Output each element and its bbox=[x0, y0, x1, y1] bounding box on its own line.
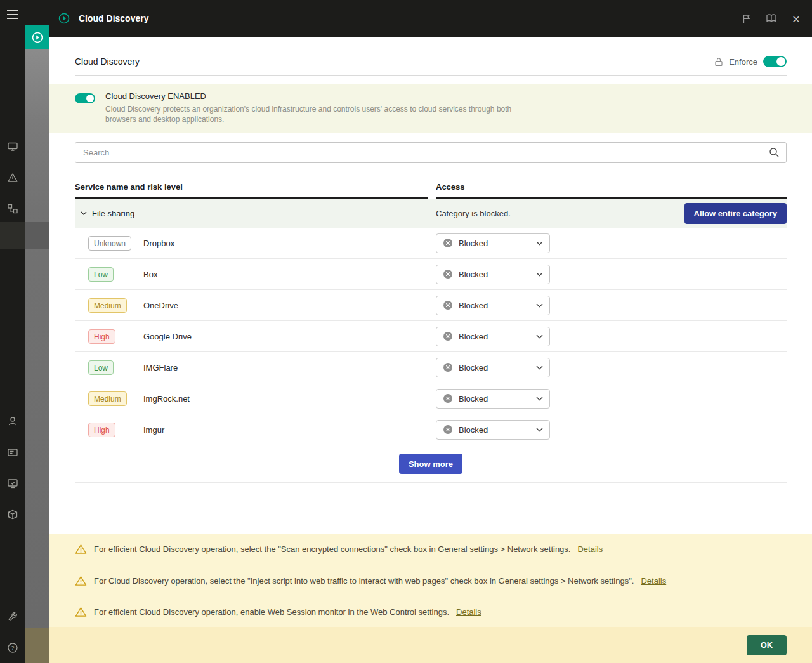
details-link[interactable]: Details bbox=[456, 607, 481, 617]
enabled-banner: Cloud Discovery ENABLED Cloud Discovery … bbox=[49, 84, 812, 133]
search-input[interactable] bbox=[75, 142, 787, 163]
bottom-group: For efficient Cloud Discovery operation,… bbox=[49, 534, 812, 663]
blocked-icon bbox=[443, 331, 453, 341]
table-row: High Imgur Blocked bbox=[75, 414, 787, 445]
deployment-icon[interactable] bbox=[0, 468, 25, 499]
close-icon[interactable]: × bbox=[789, 11, 803, 25]
lock-icon bbox=[714, 57, 723, 67]
access-dropdown[interactable]: Blocked bbox=[436, 389, 550, 409]
category-name: File sharing bbox=[92, 209, 134, 218]
documentation-book-icon[interactable] bbox=[764, 11, 778, 25]
alerts-icon[interactable] bbox=[0, 162, 25, 193]
rail-group-top bbox=[0, 131, 25, 224]
ok-button[interactable]: OK bbox=[747, 635, 787, 655]
risk-badge: Medium bbox=[88, 298, 127, 313]
warning-triangle-icon bbox=[75, 607, 87, 617]
rail-group-middle bbox=[0, 405, 25, 530]
access-dropdown[interactable]: Blocked bbox=[436, 358, 550, 377]
left-rail: ? bbox=[0, 0, 25, 663]
blocked-icon bbox=[443, 238, 453, 248]
main-content: Cloud Discovery Enforce Cloud Discovery … bbox=[49, 37, 812, 663]
risk-badge: High bbox=[88, 329, 115, 344]
secondary-rail-footer bbox=[25, 628, 49, 663]
category-status: Category is blocked. bbox=[436, 209, 511, 218]
warning-banner: For Cloud Discovery operation, select th… bbox=[49, 565, 812, 596]
column-header-service: Service name and risk level bbox=[75, 182, 428, 199]
help-icon[interactable]: ? bbox=[0, 632, 25, 663]
blocked-icon bbox=[443, 362, 453, 372]
chevron-down-icon bbox=[536, 397, 543, 401]
search-icon[interactable] bbox=[769, 147, 780, 158]
topbar-actions: × bbox=[740, 11, 803, 25]
search-box bbox=[75, 142, 787, 163]
policy-circle-icon bbox=[57, 11, 71, 25]
blocked-icon bbox=[443, 269, 453, 279]
details-link[interactable]: Details bbox=[641, 576, 666, 586]
access-dropdown[interactable]: Blocked bbox=[436, 296, 550, 315]
service-name: Google Drive bbox=[143, 332, 192, 341]
rail-selected-highlight bbox=[0, 222, 25, 249]
table-header-row: Service name and risk level Access bbox=[75, 182, 787, 199]
access-dropdown[interactable]: Blocked bbox=[436, 420, 550, 440]
hamburger-menu-icon[interactable] bbox=[7, 10, 18, 22]
window-title: Cloud Discovery bbox=[79, 13, 148, 23]
devices-icon[interactable] bbox=[0, 131, 25, 162]
services-table: Service name and risk level Access File … bbox=[75, 182, 787, 483]
allow-entire-category-button[interactable]: Allow entire category bbox=[684, 203, 787, 224]
packages-icon[interactable] bbox=[0, 499, 25, 530]
access-dropdown[interactable]: Blocked bbox=[436, 327, 550, 346]
warning-banner: For efficient Cloud Discovery operation,… bbox=[49, 534, 812, 565]
table-row: Medium ImgRock.net Blocked bbox=[75, 383, 787, 414]
enforce-toggle[interactable] bbox=[763, 56, 787, 67]
users-icon[interactable] bbox=[0, 405, 25, 437]
warning-triangle-icon bbox=[75, 575, 87, 586]
table-row: Low IMGFlare Blocked bbox=[75, 352, 787, 383]
column-header-access: Access bbox=[436, 182, 787, 199]
access-value: Blocked bbox=[459, 332, 530, 341]
show-more-button[interactable]: Show more bbox=[399, 454, 462, 474]
page-title: Cloud Discovery bbox=[75, 56, 140, 67]
risk-badge: Low bbox=[88, 267, 114, 282]
secondary-rail-cap bbox=[25, 0, 49, 25]
risk-badge: Low bbox=[88, 360, 114, 375]
access-dropdown[interactable]: Blocked bbox=[436, 265, 550, 284]
policy-circle-icon bbox=[31, 31, 44, 44]
secondary-rail bbox=[25, 0, 49, 663]
cloud-discovery-app-tile[interactable] bbox=[25, 25, 49, 49]
access-value: Blocked bbox=[459, 425, 530, 435]
enforce-control: Enforce bbox=[714, 56, 787, 67]
blocked-icon bbox=[443, 393, 453, 404]
category-access-cell: Category is blocked. Allow entire catego… bbox=[436, 203, 787, 224]
blocked-icon bbox=[443, 300, 453, 310]
details-link[interactable]: Details bbox=[577, 544, 603, 554]
table-row: Medium OneDrive Blocked bbox=[75, 290, 787, 321]
chevron-down-icon bbox=[536, 303, 543, 308]
enabled-banner-title: Cloud Discovery ENABLED bbox=[105, 91, 516, 101]
access-dropdown[interactable]: Blocked bbox=[436, 233, 550, 253]
enabled-banner-text: Cloud Discovery ENABLED Cloud Discovery … bbox=[105, 91, 516, 124]
cloud-discovery-toggle[interactable] bbox=[75, 93, 95, 103]
risk-badge: High bbox=[88, 423, 115, 437]
secondary-rail-selected[interactable] bbox=[25, 222, 49, 249]
risk-badge: Medium bbox=[88, 391, 127, 406]
license-icon[interactable] bbox=[0, 437, 25, 468]
access-value: Blocked bbox=[459, 270, 530, 279]
access-value: Blocked bbox=[459, 301, 530, 310]
enabled-banner-description: Cloud Discovery protects an organization… bbox=[105, 105, 516, 124]
hierarchy-icon[interactable] bbox=[0, 193, 25, 224]
access-value: Blocked bbox=[459, 363, 530, 372]
risk-badge: Unknown bbox=[88, 236, 131, 251]
table-row: Low Box Blocked bbox=[75, 259, 787, 290]
warning-triangle-icon bbox=[75, 544, 87, 555]
footer-bar: OK bbox=[49, 627, 812, 663]
category-expander[interactable]: File sharing bbox=[75, 209, 428, 218]
chevron-down-icon bbox=[536, 334, 543, 339]
chevron-down-icon bbox=[536, 428, 543, 432]
settings-wrench-icon[interactable] bbox=[0, 601, 25, 632]
table-row: Unknown Dropbox Blocked bbox=[75, 228, 787, 259]
warning-text: For efficient Cloud Discovery operation,… bbox=[94, 544, 570, 554]
chevron-down-icon bbox=[536, 365, 543, 370]
service-name: Box bbox=[143, 270, 157, 279]
chevron-down-icon bbox=[81, 211, 87, 215]
flag-icon[interactable] bbox=[740, 11, 754, 25]
